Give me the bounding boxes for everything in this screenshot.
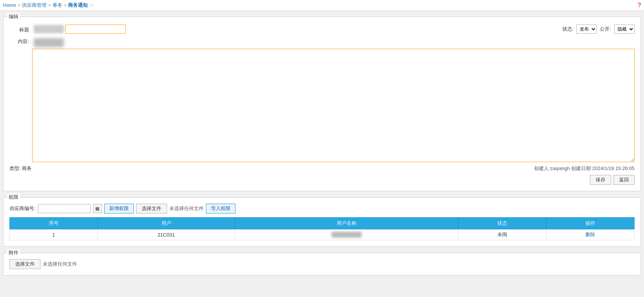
- content-row: 内容:: [9, 37, 635, 162]
- breadcrumb-sep1: >: [18, 2, 21, 8]
- perms-toolbar: 供应商编号: ▦ 新增权限 选择文件 未选择任何文件 导入权限: [9, 204, 635, 213]
- title-label: 标题: [9, 25, 32, 33]
- cell-status: 未阅: [458, 229, 546, 240]
- edit-panel-title: 编辑: [7, 13, 20, 20]
- add-perms-button[interactable]: 新增权限: [104, 204, 134, 213]
- star-icon[interactable]: ☆: [89, 2, 94, 8]
- cell-action: 删除: [546, 229, 635, 240]
- status-select[interactable]: 发布 草稿: [576, 25, 597, 34]
- cell-index: 1: [10, 229, 98, 240]
- breadcrumb-sep3: >: [64, 2, 67, 8]
- top-bar: Home > 供应商管理 > 事务 > 商务通知 ☆ ?: [0, 0, 644, 11]
- perms-table-head: 序号 用户 用户名称 状态 操作: [10, 218, 635, 229]
- edit-panel: 编辑 标题 状态: 发布 草稿 公开: 隐藏 公开: [3, 17, 641, 191]
- select-file-button-attach[interactable]: 选择文件: [9, 259, 40, 269]
- main-content: 编辑 标题 状态: 发布 草稿 公开: 隐藏 公开: [0, 11, 644, 278]
- attach-toolbar: 选择文件 未选择任何文件: [9, 259, 635, 269]
- breadcrumb-home[interactable]: Home: [3, 2, 16, 8]
- table-row: 1 21C031 未阅 删除: [10, 229, 635, 240]
- creator-info: 创建人:zaiyangh 创建日期:2024/1/19 15:26:05: [534, 165, 635, 172]
- col-username: 用户名称: [235, 218, 458, 229]
- content-field: [32, 37, 635, 162]
- title-blurred: [34, 25, 64, 33]
- title-input[interactable]: [65, 25, 126, 34]
- action-buttons: 保存 返回: [9, 175, 635, 185]
- public-select[interactable]: 隐藏 公开: [614, 25, 635, 34]
- username-blurred: [331, 232, 362, 238]
- save-button[interactable]: 保存: [590, 175, 611, 185]
- perms-table: 序号 用户 用户名称 状态 操作 1 21C031 未阅 删除: [9, 217, 635, 240]
- col-user: 用户: [98, 218, 235, 229]
- status-group: 状态: 发布 草稿 公开: 隐藏 公开: [562, 25, 635, 34]
- title-row: 标题 状态: 发布 草稿 公开: 隐藏 公开: [9, 25, 635, 34]
- help-icon[interactable]: ?: [638, 2, 641, 9]
- perms-table-body: 1 21C031 未阅 删除: [10, 229, 635, 240]
- attachments-panel: 附件 选择文件 未选择任何文件: [3, 253, 641, 275]
- no-file-label-perms: 未选择任何文件: [169, 205, 204, 212]
- delete-link[interactable]: 删除: [585, 232, 595, 237]
- content-textarea[interactable]: [32, 49, 635, 162]
- col-status: 状态: [458, 218, 546, 229]
- attachments-panel-title: 附件: [7, 249, 20, 256]
- return-button[interactable]: 返回: [613, 175, 635, 185]
- import-perms-button[interactable]: 导入权限: [206, 204, 235, 213]
- breadcrumb-supplier[interactable]: 供应商管理: [22, 2, 46, 9]
- breadcrumb-affairs[interactable]: 事务: [53, 2, 62, 9]
- breadcrumb: Home > 供应商管理 > 事务 > 商务通知 ☆: [3, 2, 94, 9]
- title-input-group: 标题: [9, 25, 126, 34]
- no-file-label-attach: 未选择任何文件: [43, 261, 77, 268]
- breadcrumb-current: 商务通知: [68, 2, 88, 9]
- cell-user: 21C031: [98, 229, 235, 240]
- status-label: 状态:: [562, 26, 574, 32]
- col-index: 序号: [10, 218, 98, 229]
- public-label: 公开:: [600, 26, 611, 32]
- supplier-input[interactable]: [38, 204, 91, 213]
- perms-panel-title: 权限: [7, 194, 20, 201]
- type-label: 类型: 商务: [9, 165, 32, 172]
- cell-username: [235, 229, 458, 240]
- breadcrumb-sep2: >: [48, 2, 51, 8]
- content-area-wrapper: [32, 38, 635, 162]
- content-toolbar-blurred: [34, 38, 64, 47]
- col-action: 操作: [546, 218, 635, 229]
- content-label: 内容:: [9, 37, 32, 45]
- supplier-label: 供应商编号:: [9, 205, 36, 212]
- type-creator-row: 类型: 商务 创建人:zaiyangh 创建日期:2024/1/19 15:26…: [9, 165, 635, 172]
- select-file-button-perms[interactable]: 选择文件: [136, 204, 167, 213]
- perms-table-header-row: 序号 用户 用户名称 状态 操作: [10, 218, 635, 229]
- calendar-icon[interactable]: ▦: [93, 204, 102, 213]
- perms-panel: 权限 供应商编号: ▦ 新增权限 选择文件 未选择任何文件 导入权限 序号 用户…: [3, 197, 641, 247]
